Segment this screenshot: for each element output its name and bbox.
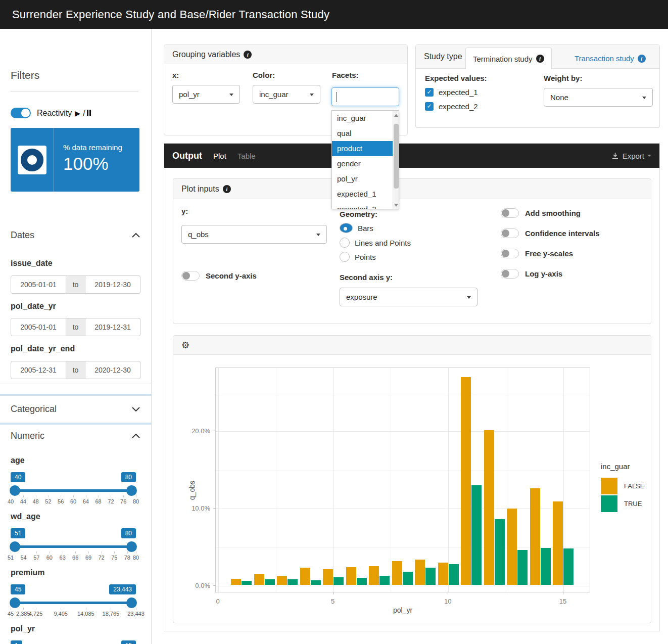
section-categorical[interactable]: Categorical [11,404,140,415]
slider-handle-right[interactable] [126,485,137,496]
bar-true-polyr-15[interactable] [563,548,574,585]
bar-false-polyr-9[interactable] [415,560,425,585]
bar-true-polyr-12[interactable] [495,519,505,585]
bar-true-polyr-1[interactable] [242,581,252,585]
bar-true-polyr-6[interactable] [357,578,367,585]
facets-input[interactable] [331,87,399,106]
range-slider-premium[interactable]: 45 23,443 452,3854,7259,40514,08518,7652… [11,584,136,617]
log-y-axis-toggle[interactable] [501,269,519,279]
bar-false-polyr-6[interactable] [346,567,356,585]
dropdown-item-expected_1[interactable]: expected_1 [332,187,393,202]
tab-transaction-study[interactable]: Transaction study i [567,48,653,69]
chevron-up-icon [132,233,140,238]
bar-false-polyr-4[interactable] [300,568,310,585]
legend-key-true: TRUE [601,495,644,512]
range-slider-wd-age[interactable]: 51 80 5154576063666972757880 [11,528,136,561]
section-numeric[interactable]: Numeric [11,431,140,441]
scrollbar-thumb[interactable] [394,124,399,189]
second-y-axis-toggle[interactable] [181,271,200,281]
y-variable-select[interactable]: q_obs [181,225,327,244]
checkbox-expected-1[interactable]: ✓ expected_1 [425,88,478,97]
checkbox-expected-2[interactable]: ✓ expected_2 [425,102,478,111]
bar-false-polyr-14[interactable] [530,488,540,585]
slider-handle-left[interactable] [10,597,20,608]
tab-termination-study[interactable]: Termination study i [465,48,552,69]
bar-true-polyr-11[interactable] [471,485,482,585]
dropdown-item-product[interactable]: product [332,141,393,156]
bar-false-polyr-5[interactable] [323,569,333,585]
bar-true-polyr-4[interactable] [311,580,321,585]
dropdown-scrollbar[interactable] [393,111,399,209]
bar-true-polyr-14[interactable] [541,548,551,585]
bar-false-polyr-10[interactable] [438,563,448,585]
bar-true-polyr-7[interactable] [379,576,390,585]
bar-false-polyr-12[interactable] [484,430,494,585]
tab-plot[interactable]: Plot [213,152,226,160]
info-icon[interactable]: i [536,55,544,63]
tab-table[interactable]: Table [237,152,256,160]
section-dates[interactable]: Dates [11,230,140,241]
chart-legend: inc_guar FALSETRUE [601,462,644,513]
bar-false-polyr-15[interactable] [553,501,563,585]
x-axis-title: pol_yr [393,606,412,614]
add-smoothing-toggle[interactable] [501,208,519,218]
bar-true-polyr-5[interactable] [333,577,344,585]
scroll-up-icon[interactable] [394,114,398,117]
bar-true-polyr-8[interactable] [403,572,413,585]
dropdown-item-pol_yr[interactable]: pol_yr [332,171,393,187]
info-icon[interactable]: i [638,55,646,63]
date-to-input[interactable]: 2019-12-31 [85,318,140,336]
weight-by-select[interactable]: None [544,88,653,107]
date-to-input[interactable]: 2019-12-30 [85,275,140,294]
radio-points[interactable]: Points [340,252,376,262]
bar-false-polyr-3[interactable] [277,576,287,585]
slider-label-age: age [11,456,25,465]
x-variable-select[interactable]: pol_yr [172,85,240,104]
date-from-input[interactable]: 2005-01-01 [11,318,66,336]
dropdown-item-gender[interactable]: gender [332,156,393,171]
confidence-intervals-toggle[interactable] [501,228,519,238]
bar-false-polyr-1[interactable] [231,579,241,585]
gridline-major [448,368,449,592]
slider-tick-mark [136,608,136,610]
bar-true-polyr-10[interactable] [449,564,459,585]
radio-lines-points[interactable]: Lines and Points [340,238,411,248]
second-axis-y-select[interactable]: exposure [340,288,478,306]
reactivity-toggle[interactable] [11,108,31,118]
export-button[interactable]: Export [611,152,651,160]
bar-false-polyr-11[interactable] [461,377,471,585]
range-slider-age[interactable]: 40 80 4044485256606468727680 [11,472,136,504]
gridline-minor [216,470,590,471]
bar-false-polyr-2[interactable] [254,574,264,585]
date-from-input[interactable]: 2005-12-31 [11,361,66,379]
slider-handle-right[interactable] [126,541,137,552]
dropdown-item-expected_2[interactable]: expected_2 [332,202,393,209]
bar-false-polyr-13[interactable] [507,509,517,585]
chart-panel-header: ⚙ [173,336,651,355]
slider-handle-right[interactable] [126,597,137,608]
bar-true-polyr-2[interactable] [265,579,275,585]
info-icon[interactable]: i [244,51,252,59]
dropdown-item-inc_guar[interactable]: inc_guar [332,111,393,126]
slider-handle-left[interactable] [10,541,20,552]
bar-true-polyr-9[interactable] [425,568,436,585]
x-axis-tick-label: 5 [331,597,335,605]
bar-true-polyr-13[interactable] [517,550,528,585]
bar-false-polyr-7[interactable] [369,566,379,585]
date-from-input[interactable]: 2005-01-01 [11,275,66,294]
bar-true-polyr-3[interactable] [288,579,298,585]
gear-icon[interactable]: ⚙ [181,340,189,351]
range-slider-pol-yr[interactable]: 1 15 13579111315 [11,640,136,644]
color-variable-select[interactable]: inc_guar [253,85,320,104]
free-y-scales-toggle[interactable] [501,249,519,258]
info-icon[interactable]: i [223,185,231,193]
slider-tick-mark [88,551,89,554]
dropdown-item-qual[interactable]: qual [332,126,393,141]
date-to-input[interactable]: 2020-12-30 [85,361,140,379]
bar-false-polyr-8[interactable] [392,561,402,585]
slider-tick-label: 56 [58,498,64,504]
scroll-down-icon[interactable] [394,204,398,207]
slider-handle-left[interactable] [10,485,20,496]
slider-tick-label: 80 [133,555,139,561]
radio-bars[interactable]: Bars [340,223,373,233]
